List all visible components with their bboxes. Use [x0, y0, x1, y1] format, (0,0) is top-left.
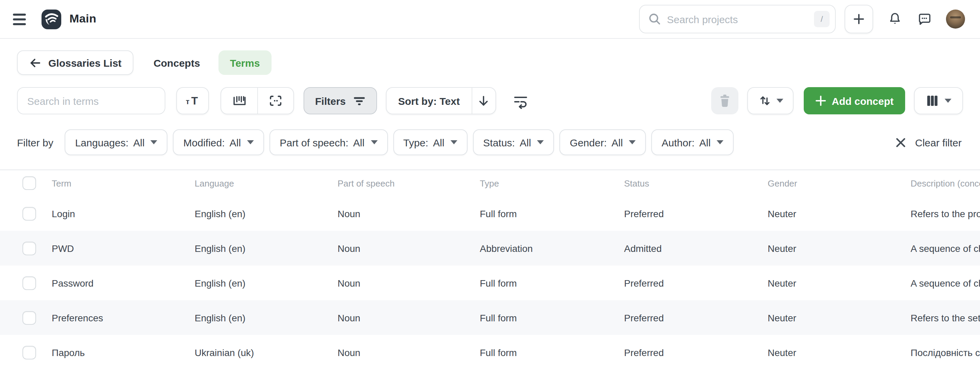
chevron-down-icon [945, 99, 951, 103]
glossary-terms-page: Main / [0, 0, 980, 386]
chip-value: All [520, 137, 531, 148]
table-header: Term Language Part of speech Type Status… [0, 170, 980, 196]
wrap-lines-button[interactable] [510, 87, 530, 114]
sort-direction-button[interactable] [471, 88, 495, 114]
chevron-down-icon [450, 140, 457, 144]
column-header-type: Type [480, 178, 624, 188]
hamburger-menu-icon[interactable] [13, 10, 30, 28]
messages-button[interactable] [917, 11, 932, 27]
chip-label: Gender: [570, 137, 607, 148]
chevron-down-icon [537, 140, 544, 144]
filter-chip-status[interactable]: Status:All [473, 129, 554, 155]
part-of-speech-cell: Noun [337, 278, 480, 288]
chip-label: Type: [403, 137, 428, 148]
chip-label: Languages: [75, 137, 129, 148]
import-export-dropdown[interactable] [747, 87, 794, 114]
terms-toolbar: т T [0, 87, 980, 114]
glossary-nav: Glossaries List Concepts Terms [0, 50, 980, 75]
filter-chip-type[interactable]: Type:All [393, 129, 468, 155]
delete-button-disabled[interactable] [711, 87, 738, 114]
table-row[interactable]: Login English (en) Noun Full form Prefer… [0, 196, 980, 231]
table-row[interactable]: Password English (en) Noun Full form Pre… [0, 265, 980, 300]
term-cell: Preferences [52, 312, 195, 323]
table-row[interactable]: PWD English (en) Noun Abbreviation Admit… [0, 231, 980, 265]
term-cell: PWD [52, 243, 195, 254]
exact-match-button[interactable] [257, 88, 293, 114]
type-cell: Full form [480, 312, 624, 323]
tab-terms[interactable]: Terms [218, 50, 272, 75]
term-cell: Пароль [52, 347, 195, 358]
add-concept-label: Add concept [832, 95, 894, 107]
exact-match-icon [267, 93, 284, 108]
chip-label: Author: [662, 137, 695, 148]
chevron-down-icon [247, 140, 254, 144]
gender-cell: Neuter [768, 208, 911, 219]
columns-dropdown[interactable] [914, 87, 963, 114]
glossaries-list-back-button[interactable]: Glossaries List [17, 50, 133, 75]
filter-by-label: Filter by [17, 137, 53, 148]
create-button[interactable] [845, 5, 873, 33]
language-cell: Ukrainian (uk) [195, 347, 337, 358]
filter-chip-modified[interactable]: Modified:All [173, 129, 264, 155]
plus-icon [852, 12, 865, 26]
chip-value: All [699, 137, 711, 148]
filter-chip-languages[interactable]: Languages:All [65, 129, 168, 155]
search-terms-input[interactable] [17, 87, 165, 114]
select-all-checkbox[interactable] [22, 176, 36, 190]
search-projects-input[interactable] [639, 5, 836, 33]
match-case-icon: т T [185, 93, 201, 108]
filter-chip-part-of-speech[interactable]: Part of speech:All [269, 129, 388, 155]
table-row[interactable]: Пароль Ukrainian (uk) Noun Full form Pre… [0, 335, 980, 370]
tab-concepts[interactable]: Concepts [153, 57, 200, 69]
status-cell: Preferred [624, 312, 768, 323]
term-cell: Password [52, 278, 195, 288]
description-cell: A sequence of characters used for authen… [911, 278, 980, 288]
column-header-status: Status [624, 178, 768, 188]
language-cell: English (en) [195, 243, 337, 254]
row-checkbox[interactable] [22, 311, 36, 324]
row-checkbox[interactable] [22, 276, 36, 290]
search-icon [648, 12, 662, 29]
whole-word-button[interactable] [221, 88, 257, 114]
chevron-down-icon [717, 140, 724, 144]
chip-value: All [230, 137, 241, 148]
trash-icon [718, 93, 732, 108]
filter-bar: Filter by Languages:All Modified:All Par… [0, 129, 980, 155]
add-concept-button[interactable]: Add concept [804, 87, 905, 114]
type-cell: Abbreviation [480, 243, 624, 254]
filter-lines-icon [353, 94, 366, 108]
user-avatar[interactable] [946, 10, 965, 29]
logo-arcs-icon [41, 9, 61, 29]
language-cell: English (en) [195, 278, 337, 288]
filters-button[interactable]: Filters [304, 87, 377, 114]
up-down-arrows-icon [758, 94, 772, 108]
match-case-button[interactable]: т T [176, 87, 209, 114]
back-button-label: Glossaries List [48, 57, 121, 69]
status-cell: Preferred [624, 278, 768, 288]
column-header-part-of-speech: Part of speech [337, 178, 480, 188]
row-checkbox[interactable] [22, 346, 36, 359]
sort-by-button[interactable]: Sort by: Text [387, 88, 471, 114]
column-header-language: Language [195, 178, 337, 188]
row-checkbox[interactable] [22, 207, 36, 220]
clear-filter-button[interactable]: Clear filter [894, 137, 962, 148]
table-row[interactable]: Preferences English (en) Noun Full form … [0, 300, 980, 335]
chip-label: Modified: [183, 137, 225, 148]
notifications-button[interactable] [888, 11, 902, 27]
page-title: Main [69, 12, 96, 26]
crowdin-logo[interactable] [41, 9, 61, 29]
filter-chip-author[interactable]: Author:All [651, 129, 733, 155]
language-cell: English (en) [195, 208, 337, 219]
chevron-down-icon [151, 140, 158, 144]
description-cell: Послідовність символів для автентифікаці… [911, 347, 980, 358]
chevron-down-icon [776, 99, 783, 103]
filter-chip-gender[interactable]: Gender:All [560, 129, 646, 155]
row-checkbox[interactable] [22, 241, 36, 255]
gender-cell: Neuter [768, 347, 911, 358]
part-of-speech-cell: Noun [337, 208, 480, 219]
arrow-down-icon [477, 94, 490, 107]
search-projects-field: / [639, 5, 836, 33]
gender-cell: Neuter [768, 278, 911, 288]
search-terms-field [17, 87, 165, 114]
filters-button-label: Filters [315, 95, 346, 107]
